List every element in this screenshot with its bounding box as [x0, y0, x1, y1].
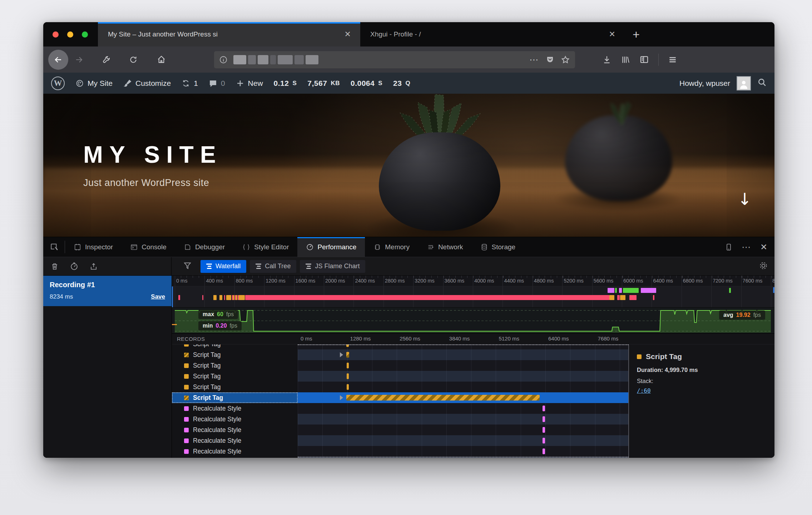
performance-settings-button[interactable] [759, 261, 774, 272]
stack-frame-link[interactable]: /:60 [637, 387, 651, 394]
wp-customize-link[interactable]: Customize [123, 79, 171, 88]
clear-recordings-trash-icon[interactable] [50, 262, 59, 271]
record-row-recalculate-style[interactable]: Recalculate Style [172, 435, 628, 446]
navigation-toolbar: ⋯ [43, 46, 774, 73]
sidebar-toggle-icon[interactable] [639, 55, 649, 64]
record-row-script-tag[interactable]: Script Tag [172, 392, 628, 403]
record-row-recalculate-style[interactable]: Recalculate Style [172, 414, 628, 425]
filter-button[interactable] [183, 261, 192, 271]
bookmark-star-icon[interactable] [561, 55, 570, 64]
waterfall-bar[interactable] [347, 363, 349, 368]
waterfall-bar[interactable] [543, 416, 545, 422]
devtools-tab-performance[interactable]: Performance [297, 237, 365, 257]
zoom-window-button[interactable] [82, 31, 88, 38]
devtools-tab-network[interactable]: Network [418, 237, 472, 257]
devtools-tab-memory[interactable]: Memory [365, 237, 418, 257]
avatar[interactable] [737, 76, 751, 90]
close-window-button[interactable] [53, 31, 59, 38]
waterfall-bar[interactable] [543, 448, 545, 454]
wp-stat-memory: 7,567KB [307, 79, 340, 88]
wp-new-menu[interactable]: New [236, 79, 263, 88]
ruler-tick-label: 4800 ms [534, 278, 554, 284]
page-info-icon[interactable] [219, 55, 228, 64]
downloads-icon[interactable] [602, 55, 612, 64]
view-button-js-flame-chart[interactable]: JS Flame Chart [300, 260, 365, 273]
waterfall-bar[interactable] [543, 438, 545, 443]
view-icon [306, 264, 311, 269]
home-button[interactable] [153, 52, 169, 68]
wp-howdy-label[interactable]: Howdy, wpuser [679, 79, 730, 88]
responsive-design-icon[interactable] [724, 243, 733, 251]
wordpress-logo-icon[interactable]: W [51, 77, 65, 90]
expand-arrow-icon[interactable] [340, 395, 343, 400]
overview-marker-pink [235, 295, 236, 300]
performance-toolbar: WaterfallCall TreeJS Flame Chart [43, 257, 774, 276]
record-row-script-tag[interactable]: Script Tag [172, 360, 628, 371]
record-row-recalculate-style[interactable]: Recalculate Style [172, 457, 628, 458]
waterfall-scroll-area[interactable]: Script TagScript TagScript TagScript Tag… [172, 344, 628, 458]
scroll-down-arrow[interactable]: ↓ [738, 190, 752, 209]
devtools-menu-icon[interactable]: ⋯ [742, 245, 752, 249]
overview-marker-violet [608, 288, 614, 293]
save-recording-link[interactable]: Save [151, 293, 165, 300]
waterfall-bar[interactable] [346, 395, 540, 401]
menu-hamburger-icon[interactable] [668, 55, 677, 64]
record-row-script-tag[interactable]: Script Tag [172, 349, 628, 360]
wp-comments-indicator[interactable]: 0 [209, 79, 225, 88]
record-stopwatch-icon[interactable] [70, 262, 79, 271]
record-row-recalculate-style[interactable]: Recalculate Style [172, 425, 628, 435]
close-icon[interactable]: ✕ [342, 29, 354, 40]
record-row-script-tag[interactable]: Script Tag [172, 344, 628, 349]
wp-my-site-menu[interactable]: My Site [75, 79, 113, 88]
url-bar[interactable]: ⋯ [214, 51, 575, 68]
pocket-icon[interactable] [546, 55, 554, 64]
waterfall-bar[interactable] [347, 384, 349, 390]
devtools-tab-debugger[interactable]: Debugger [175, 237, 233, 257]
range-end-handle[interactable] [773, 287, 774, 293]
waterfall-bar[interactable] [346, 352, 350, 358]
back-button[interactable] [48, 50, 68, 70]
ruler-tick-label: 3200 ms [415, 278, 435, 284]
record-row-recalculate-style[interactable]: Recalculate Style [172, 446, 628, 457]
waterfall-bar[interactable] [543, 406, 545, 411]
wp-search-button[interactable] [757, 78, 767, 89]
record-row-recalculate-style[interactable]: Recalculate Style [172, 403, 628, 414]
devtools-close-icon[interactable]: ✕ [760, 242, 767, 252]
page-actions-icon[interactable]: ⋯ [529, 58, 539, 62]
wp-admin-bar: W My Site Customize 1 0 New 0.12S 7,567K… [43, 73, 774, 94]
close-icon[interactable]: ✕ [606, 29, 618, 40]
filter-funnel-icon [183, 261, 192, 270]
wp-updates-indicator[interactable]: 1 [182, 79, 198, 88]
library-icon[interactable] [621, 55, 630, 64]
recording-name: Recording #1 [50, 281, 165, 289]
browser-tab-xhgui[interactable]: Xhgui - Profile - / ✕ [360, 22, 625, 46]
toolbar-separator [658, 54, 659, 66]
minimize-window-button[interactable] [67, 31, 73, 38]
forward-button[interactable] [71, 52, 87, 68]
pick-element-button[interactable] [43, 237, 65, 257]
reload-button[interactable] [125, 52, 141, 68]
waterfall-bar[interactable] [543, 427, 545, 433]
record-row-script-tag[interactable]: Script Tag [172, 382, 628, 392]
recordings-sidebar: Recording #1 8234 ms Save [43, 276, 172, 458]
view-button-waterfall[interactable]: Waterfall [200, 260, 246, 273]
fps-graph[interactable]: max60fps min0.20fps avg19.92fps [172, 308, 774, 334]
reload-icon [129, 55, 138, 64]
waterfall-bar[interactable] [346, 344, 349, 347]
timeline-overview[interactable] [172, 286, 774, 308]
devtools-tab-storage[interactable]: Storage [472, 237, 524, 257]
waterfall-bar[interactable] [347, 373, 349, 379]
new-tab-button[interactable]: + [625, 22, 648, 46]
view-button-call-tree[interactable]: Call Tree [250, 260, 296, 273]
browser-tab-my-site[interactable]: My Site – Just another WordPress si ✕ [98, 22, 360, 46]
devtools-tab-style-editor[interactable]: Style Editor [233, 237, 297, 257]
import-recording-icon[interactable] [89, 262, 98, 271]
record-row-script-tag[interactable]: Script Tag [172, 371, 628, 382]
wp-stat-queries: 23Q [393, 79, 410, 88]
devtools-tab-console[interactable]: Console [122, 237, 175, 257]
recording-item[interactable]: Recording #1 8234 ms Save [43, 276, 172, 306]
devtools-tab-inspector[interactable]: Inspector [65, 237, 122, 257]
range-start-handle[interactable] [172, 286, 173, 307]
expand-arrow-icon[interactable] [340, 352, 343, 357]
devtools-wrench-button[interactable] [99, 52, 115, 68]
